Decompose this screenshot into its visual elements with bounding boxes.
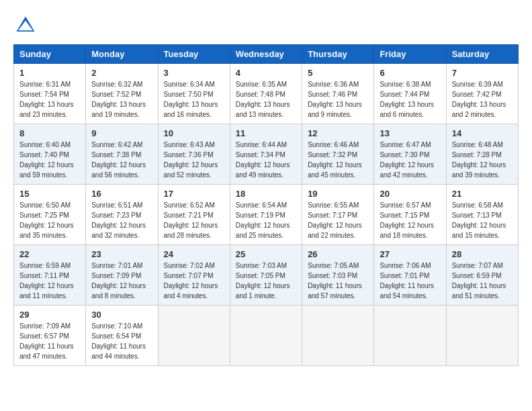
calendar-day-cell: 14Sunrise: 6:48 AMSunset: 7:28 PMDayligh… [446, 124, 518, 185]
day-number: 15 [19, 189, 80, 199]
day-info: Sunrise: 6:31 AMSunset: 7:54 PMDaylight:… [19, 79, 80, 120]
calendar-week-row: 8Sunrise: 6:40 AMSunset: 7:40 PMDaylight… [14, 124, 519, 185]
day-info: Sunrise: 7:01 AMSunset: 7:09 PMDaylight:… [91, 261, 152, 301]
calendar-day-cell: 21Sunrise: 6:58 AMSunset: 7:13 PMDayligh… [446, 185, 518, 245]
day-info: Sunrise: 6:51 AMSunset: 7:23 PMDaylight:… [91, 200, 152, 240]
day-number: 18 [236, 189, 296, 199]
day-number: 5 [308, 68, 368, 78]
calendar-day-cell: 26Sunrise: 7:05 AMSunset: 7:03 PMDayligh… [302, 245, 374, 306]
calendar-day-cell: 4Sunrise: 6:35 AMSunset: 7:48 PMDaylight… [230, 64, 302, 124]
day-info: Sunrise: 6:47 AMSunset: 7:30 PMDaylight:… [380, 140, 440, 180]
calendar-day-cell: 9Sunrise: 6:42 AMSunset: 7:38 PMDaylight… [86, 124, 158, 185]
day-number: 2 [91, 68, 152, 78]
calendar-week-row: 29Sunrise: 7:09 AMSunset: 6:57 PMDayligh… [14, 306, 519, 366]
day-info: Sunrise: 6:58 AMSunset: 7:13 PMDaylight:… [452, 200, 513, 240]
calendar-day-cell [446, 306, 518, 366]
calendar-day-cell: 28Sunrise: 7:07 AMSunset: 6:59 PMDayligh… [446, 245, 518, 306]
day-number: 28 [452, 249, 513, 259]
day-info: Sunrise: 6:48 AMSunset: 7:28 PMDaylight:… [452, 140, 513, 180]
day-number: 6 [380, 68, 440, 78]
calendar-day-cell: 27Sunrise: 7:06 AMSunset: 7:01 PMDayligh… [374, 245, 446, 306]
day-number: 14 [452, 128, 513, 138]
calendar-day-cell: 13Sunrise: 6:47 AMSunset: 7:30 PMDayligh… [374, 124, 446, 185]
day-number: 21 [452, 189, 513, 199]
day-info: Sunrise: 6:32 AMSunset: 7:52 PMDaylight:… [91, 79, 152, 120]
day-info: Sunrise: 7:02 AMSunset: 7:07 PMDaylight:… [164, 261, 224, 301]
logo-icon [13, 13, 38, 38]
day-info: Sunrise: 6:57 AMSunset: 7:15 PMDaylight:… [380, 200, 440, 240]
day-number: 23 [91, 249, 152, 259]
calendar-table: SundayMondayTuesdayWednesdayThursdayFrid… [13, 44, 519, 366]
calendar-day-cell: 25Sunrise: 7:03 AMSunset: 7:05 PMDayligh… [230, 245, 302, 306]
day-info: Sunrise: 6:42 AMSunset: 7:38 PMDaylight:… [91, 140, 152, 180]
day-info: Sunrise: 7:10 AMSunset: 6:54 PMDaylight:… [91, 321, 152, 361]
calendar-day-cell: 12Sunrise: 6:46 AMSunset: 7:32 PMDayligh… [302, 124, 374, 185]
day-number: 16 [91, 189, 152, 199]
day-header-friday: Friday [374, 45, 446, 64]
calendar-day-cell: 6Sunrise: 6:38 AMSunset: 7:44 PMDaylight… [374, 64, 446, 124]
day-number: 26 [308, 249, 368, 259]
day-number: 7 [452, 68, 513, 78]
calendar-day-cell: 7Sunrise: 6:39 AMSunset: 7:42 PMDaylight… [446, 64, 518, 124]
calendar-day-cell [158, 306, 230, 366]
day-number: 9 [91, 128, 152, 138]
day-info: Sunrise: 6:38 AMSunset: 7:44 PMDaylight:… [380, 79, 440, 120]
day-number: 20 [380, 189, 440, 199]
calendar-day-cell: 18Sunrise: 6:54 AMSunset: 7:19 PMDayligh… [230, 185, 302, 245]
day-info: Sunrise: 6:39 AMSunset: 7:42 PMDaylight:… [452, 79, 513, 120]
day-number: 24 [164, 249, 224, 259]
day-info: Sunrise: 6:40 AMSunset: 7:40 PMDaylight:… [19, 140, 80, 180]
day-number: 25 [236, 249, 296, 259]
day-number: 12 [308, 128, 368, 138]
day-header-tuesday: Tuesday [158, 45, 230, 64]
calendar-day-cell [230, 306, 302, 366]
day-info: Sunrise: 6:34 AMSunset: 7:50 PMDaylight:… [164, 79, 224, 120]
calendar-day-cell: 30Sunrise: 7:10 AMSunset: 6:54 PMDayligh… [86, 306, 158, 366]
day-number: 29 [19, 310, 80, 320]
day-number: 1 [19, 68, 80, 78]
day-number: 10 [164, 128, 224, 138]
day-info: Sunrise: 7:05 AMSunset: 7:03 PMDaylight:… [308, 261, 368, 301]
calendar-day-cell: 5Sunrise: 6:36 AMSunset: 7:46 PMDaylight… [302, 64, 374, 124]
calendar-day-cell: 11Sunrise: 6:44 AMSunset: 7:34 PMDayligh… [230, 124, 302, 185]
day-info: Sunrise: 7:09 AMSunset: 6:57 PMDaylight:… [19, 321, 80, 361]
calendar-day-cell: 1Sunrise: 6:31 AMSunset: 7:54 PMDaylight… [14, 64, 86, 124]
day-number: 19 [308, 189, 368, 199]
calendar-day-cell [374, 306, 446, 366]
calendar-day-cell: 20Sunrise: 6:57 AMSunset: 7:15 PMDayligh… [374, 185, 446, 245]
day-info: Sunrise: 6:54 AMSunset: 7:19 PMDaylight:… [236, 200, 296, 240]
day-header-thursday: Thursday [302, 45, 374, 64]
day-info: Sunrise: 6:52 AMSunset: 7:21 PMDaylight:… [164, 200, 224, 240]
day-header-monday: Monday [86, 45, 158, 64]
day-number: 30 [91, 310, 152, 320]
calendar-week-row: 22Sunrise: 6:59 AMSunset: 7:11 PMDayligh… [14, 245, 519, 306]
logo [13, 13, 42, 38]
calendar-day-cell: 16Sunrise: 6:51 AMSunset: 7:23 PMDayligh… [86, 185, 158, 245]
day-info: Sunrise: 6:44 AMSunset: 7:34 PMDaylight:… [236, 140, 296, 180]
day-header-saturday: Saturday [446, 45, 518, 64]
day-info: Sunrise: 6:43 AMSunset: 7:36 PMDaylight:… [164, 140, 224, 180]
day-info: Sunrise: 7:06 AMSunset: 7:01 PMDaylight:… [380, 261, 440, 301]
day-number: 8 [19, 128, 80, 138]
calendar-day-cell [302, 306, 374, 366]
day-info: Sunrise: 6:36 AMSunset: 7:46 PMDaylight:… [308, 79, 368, 120]
calendar-week-row: 1Sunrise: 6:31 AMSunset: 7:54 PMDaylight… [14, 64, 519, 124]
day-info: Sunrise: 6:59 AMSunset: 7:11 PMDaylight:… [19, 261, 80, 301]
day-number: 3 [164, 68, 224, 78]
day-number: 13 [380, 128, 440, 138]
calendar-day-cell: 3Sunrise: 6:34 AMSunset: 7:50 PMDaylight… [158, 64, 230, 124]
calendar-day-cell: 2Sunrise: 6:32 AMSunset: 7:52 PMDaylight… [86, 64, 158, 124]
day-info: Sunrise: 6:50 AMSunset: 7:25 PMDaylight:… [19, 200, 80, 240]
day-info: Sunrise: 7:03 AMSunset: 7:05 PMDaylight:… [236, 261, 296, 301]
day-number: 22 [19, 249, 80, 259]
day-header-sunday: Sunday [14, 45, 86, 64]
calendar-day-cell: 17Sunrise: 6:52 AMSunset: 7:21 PMDayligh… [158, 185, 230, 245]
page-header [13, 13, 519, 38]
calendar-day-cell: 19Sunrise: 6:55 AMSunset: 7:17 PMDayligh… [302, 185, 374, 245]
day-number: 11 [236, 128, 296, 138]
day-number: 17 [164, 189, 224, 199]
calendar-day-cell: 29Sunrise: 7:09 AMSunset: 6:57 PMDayligh… [14, 306, 86, 366]
day-number: 4 [236, 68, 296, 78]
day-info: Sunrise: 6:55 AMSunset: 7:17 PMDaylight:… [308, 200, 368, 240]
calendar-week-row: 15Sunrise: 6:50 AMSunset: 7:25 PMDayligh… [14, 185, 519, 245]
